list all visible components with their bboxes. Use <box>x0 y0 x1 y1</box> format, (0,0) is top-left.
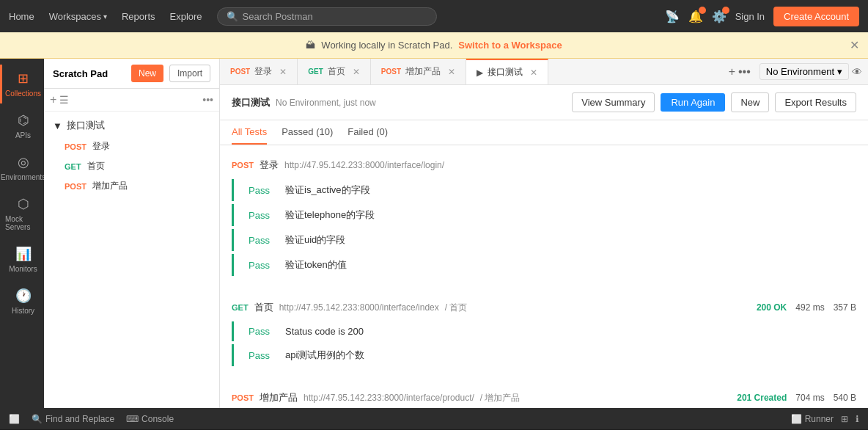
banner-icon: 🏔 <box>306 40 315 51</box>
nav-workspaces[interactable]: Workspaces ▾ <box>49 11 107 22</box>
runner-env-text: No Environment, just now <box>276 98 376 108</box>
settings-icon[interactable]: ⚙️ <box>712 10 727 23</box>
grid-view-button[interactable]: ⊞ <box>841 414 848 424</box>
sign-in-button[interactable]: Sign In <box>735 11 765 22</box>
banner-close-button[interactable]: ✕ <box>850 38 859 52</box>
find-replace-button[interactable]: 🔍 Find and Replace <box>32 414 114 424</box>
apis-icon: ⌬ <box>18 112 29 128</box>
tab-post-login[interactable]: POST 登录 ✕ <box>220 59 298 85</box>
sidebar-label-environments: Environments <box>1 173 45 181</box>
results-area[interactable]: POST 登录 http://47.95.142.233:8000/interf… <box>220 145 868 408</box>
tab-label-runner: 接口测试 <box>488 66 523 79</box>
stat-time-product: 704 ms <box>795 393 824 403</box>
tab-close-index[interactable]: ✕ <box>353 67 360 77</box>
test-result-4: Pass 验证token的值 <box>232 254 856 276</box>
test-result-5: Pass Status code is 200 <box>232 321 856 341</box>
sidebar-item-mock-servers[interactable]: ⬡ Mock Servers <box>0 190 44 237</box>
tab-get-index[interactable]: GET 首页 ✕ <box>298 59 371 85</box>
info-button[interactable]: ℹ <box>856 414 859 424</box>
view-summary-button[interactable]: View Summary <box>572 92 655 112</box>
console-label: Console <box>141 414 174 424</box>
tab-post-product[interactable]: POST 增加产品 ✕ <box>371 59 466 85</box>
sidebar-item-collections[interactable]: ⊞ Collections <box>0 65 44 103</box>
request-item-index[interactable]: GET 首页 <box>44 156 219 176</box>
switch-workspace-link[interactable]: Switch to a Workspace <box>458 40 562 51</box>
panel-filter-icon[interactable]: ☰ <box>59 94 69 106</box>
tab-close-login[interactable]: ✕ <box>279 67 287 77</box>
test-status-4: Pass <box>249 260 278 271</box>
result-method-post2: POST <box>232 393 254 402</box>
runner-collection-name: 接口测试 <box>232 96 270 109</box>
toggle-sidebar-button[interactable]: ⬜ <box>9 414 20 424</box>
sidebar-item-environments[interactable]: ◎ Environments <box>0 148 44 187</box>
runner-header: 接口测试 No Environment, just now View Summa… <box>220 85 868 120</box>
sidebar-item-apis[interactable]: ⌬ APIs <box>0 106 44 145</box>
collection-panel: Scratch Pad New Import + ☰ ••• ▼ 接口测试 PO… <box>44 59 220 408</box>
result-name-product: 增加产品 <box>260 391 298 404</box>
tab-method-post: POST <box>230 68 250 76</box>
result-url-login: http://47.95.142.233:8000/interface/logi… <box>284 160 444 170</box>
tab-more-button[interactable]: ••• <box>738 65 751 79</box>
sidebar-item-monitors[interactable]: 📊 Monitors <box>0 240 44 279</box>
result-comment-product: / 增加产品 <box>480 392 521 404</box>
collection-chevron-icon: ▼ <box>53 120 62 131</box>
env-selector[interactable]: No Environment ▾ <box>760 63 849 80</box>
result-header-product: POST 增加产品 http://47.95.142.233:8000/inte… <box>232 387 856 408</box>
tab-close-runner[interactable]: ✕ <box>530 68 537 78</box>
top-nav: Home Workspaces ▾ Reports Explore 🔍 Sear… <box>0 0 868 32</box>
panel-header-actions: New Import <box>131 65 210 82</box>
console-button[interactable]: ⌨ Console <box>126 414 174 424</box>
test-result-2: Pass 验证telephone的字段 <box>232 204 856 226</box>
add-tab-button[interactable]: + <box>729 65 735 79</box>
sidebar-toggle-icon: ⬜ <box>9 414 20 424</box>
runner-icon: ⬜ <box>791 414 802 424</box>
search-bar[interactable]: 🔍 Search Postman <box>217 7 437 26</box>
test-tab-failed[interactable]: Failed (0) <box>347 120 388 145</box>
test-name-2: 验证telephone的字段 <box>285 208 375 222</box>
search-placeholder: Search Postman <box>243 11 313 22</box>
panel-search-input[interactable] <box>72 95 199 105</box>
sidebar-item-history[interactable]: 🕐 History <box>0 282 44 321</box>
request-item-login[interactable]: POST 登录 <box>44 137 219 156</box>
new-run-button[interactable]: New <box>731 92 769 112</box>
panel-new-button[interactable]: New <box>131 65 163 82</box>
request-item-product[interactable]: POST 增加产品 <box>44 176 219 196</box>
sidebar-label-history: History <box>12 307 34 315</box>
tab-runner-active[interactable]: ▶ 接口测试 ✕ <box>466 59 548 85</box>
result-name-index: 首页 <box>254 301 273 314</box>
notification-badge <box>699 7 706 14</box>
result-method-get: GET <box>232 303 249 312</box>
test-tab-all[interactable]: All Tests <box>232 120 267 145</box>
result-url-index: http://47.95.142.233:8000/interface/inde… <box>279 302 439 313</box>
panel-import-button[interactable]: Import <box>169 65 210 82</box>
request-name-login: 登录 <box>92 140 110 153</box>
test-name-1: 验证is_active的字段 <box>285 183 370 197</box>
collection-name-item[interactable]: ▼ 接口测试 <box>44 114 219 137</box>
run-again-button[interactable]: Run Again <box>661 93 725 112</box>
panel-add-icon[interactable]: + <box>50 93 56 106</box>
method-post-label: POST <box>65 142 87 151</box>
export-results-button[interactable]: Export Results <box>775 92 856 112</box>
content-area: POST 登录 ✕ GET 首页 ✕ POST 增加产品 ✕ ▶ 接口测试 ✕ … <box>220 59 868 408</box>
notification-icon[interactable]: 🔔 <box>688 10 703 23</box>
collections-icon: ⊞ <box>18 70 29 87</box>
nav-home[interactable]: Home <box>9 11 34 22</box>
runner-button[interactable]: ⬜ Runner <box>791 414 834 424</box>
test-result-1: Pass 验证is_active的字段 <box>232 179 856 201</box>
test-tab-passed[interactable]: Passed (10) <box>282 120 333 145</box>
test-name-6: api测试用例的个数 <box>285 349 364 362</box>
banner-text: Working locally in Scratch Pad. <box>321 40 452 51</box>
nav-left: Home Workspaces ▾ Reports Explore <box>9 11 202 22</box>
sidebar: ⊞ Collections ⌬ APIs ◎ Environments ⬡ Mo… <box>0 59 44 408</box>
nav-explore[interactable]: Explore <box>170 11 202 22</box>
tab-close-product[interactable]: ✕ <box>448 67 455 77</box>
satellite-icon[interactable]: 📡 <box>665 10 680 23</box>
environments-icon: ◎ <box>18 154 29 170</box>
create-account-button[interactable]: Create Account <box>773 7 859 26</box>
panel-more-icon[interactable]: ••• <box>202 94 213 106</box>
search-icon: 🔍 <box>227 11 238 22</box>
test-status-2: Pass <box>249 210 278 221</box>
nav-reports[interactable]: Reports <box>122 11 155 22</box>
env-settings-icon[interactable]: 👁 <box>852 66 862 78</box>
request-name-product: 增加产品 <box>92 180 128 192</box>
